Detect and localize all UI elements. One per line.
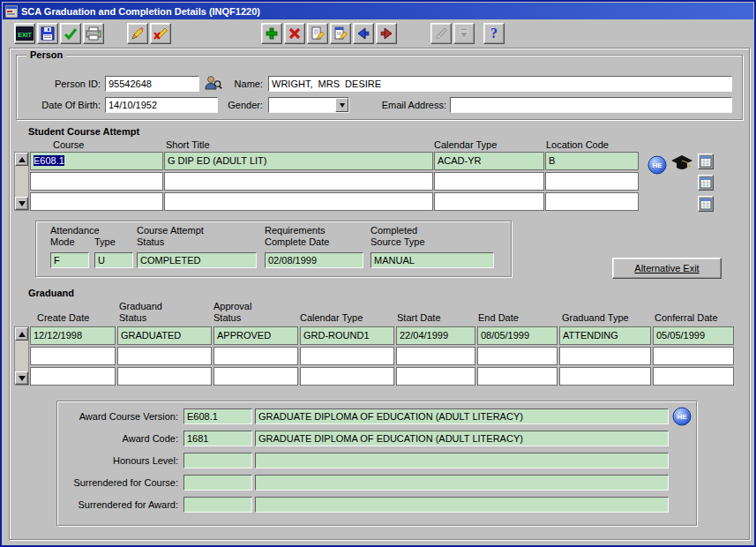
sca-calendar-type-cell[interactable]	[434, 192, 544, 211]
sca-course-cell[interactable]: E608.1	[30, 152, 163, 170]
conferral-date-cell[interactable]	[653, 367, 734, 386]
graduand-status-header: Graduand Status	[119, 300, 170, 324]
calendar-type-cell[interactable]	[300, 347, 394, 365]
sca-course-cell[interactable]	[30, 172, 163, 191]
create-date-cell[interactable]	[30, 347, 116, 365]
honours-level-label: Honours Level:	[62, 455, 178, 467]
grey-down-arrow-icon	[457, 26, 471, 41]
svg-text:HE: HE	[652, 161, 662, 169]
edit-record-button[interactable]	[307, 23, 328, 44]
sca-lov-button[interactable]	[698, 196, 714, 212]
record-list-icon	[700, 198, 712, 210]
sca-lov-button[interactable]	[698, 175, 714, 191]
sca-scroll-up-button[interactable]	[15, 153, 28, 166]
save-button[interactable]	[37, 23, 58, 44]
conferral-date-cell[interactable]: 05/05/1999	[653, 326, 734, 345]
window-title: SCA Graduation and Completion Details (I…	[21, 6, 260, 17]
arrow-up-icon	[19, 332, 26, 337]
red-x-icon	[288, 26, 302, 41]
graduand-type-header: Graduand Type	[562, 300, 646, 324]
he-indicator: HE	[672, 407, 692, 426]
graduand-section-label: Graduand	[28, 288, 74, 299]
help-button[interactable]: ?	[483, 23, 505, 44]
person-id-field[interactable]: 95542648	[105, 76, 199, 92]
exit-door-icon: EXIT	[16, 26, 34, 41]
calendar-type-cell[interactable]: GRD-ROUND1	[300, 326, 394, 345]
selected-text: E608.1	[34, 155, 64, 166]
previous-block-button[interactable]	[353, 23, 374, 44]
svg-text:EXIT: EXIT	[18, 32, 32, 38]
requirements-complete-date-field: 02/08/1999	[265, 252, 363, 268]
start-date-cell[interactable]	[396, 367, 475, 386]
sca-lov-button[interactable]	[698, 154, 714, 169]
commit-button[interactable]	[60, 23, 81, 44]
completed-source-type-header: Completed Source Type	[371, 224, 432, 248]
create-date-header: Create Date	[37, 300, 108, 324]
create-date-cell[interactable]	[30, 367, 116, 386]
graduand-type-cell[interactable]: ATTENDING	[559, 326, 651, 345]
sca-location-code-cell[interactable]	[545, 172, 639, 191]
gender-label: Gender:	[219, 100, 263, 111]
sca-location-code-cell[interactable]: B	[545, 152, 639, 170]
graduand-type-cell[interactable]	[559, 367, 651, 386]
calendar-type-cell[interactable]	[300, 367, 394, 386]
green-check-icon	[64, 26, 78, 41]
award-code-description-field: GRADUATE DIPLOMA OF EDUCATION (ADULT LIT…	[255, 431, 669, 446]
start-date-header: Start Date	[397, 300, 459, 324]
sca-calendar-type-cell[interactable]: ACAD-YR	[434, 152, 544, 170]
pencil-icon	[131, 26, 145, 41]
delete-record-button[interactable]	[284, 23, 305, 44]
pencil-red-x-icon	[153, 26, 168, 41]
gender-select[interactable]: Female	[268, 97, 349, 113]
graduand-status-cell[interactable]	[117, 367, 212, 386]
graduation-cap-icon	[670, 154, 694, 173]
honours-level-field	[183, 453, 252, 468]
person-search-button[interactable]	[202, 72, 223, 92]
attendance-mode-field: F	[50, 252, 89, 268]
graduand-type-cell[interactable]	[559, 347, 651, 365]
titlebar: SCA Graduation and Completion Details (I…	[3, 3, 753, 19]
print-button[interactable]	[83, 23, 104, 44]
sca-short-title-cell[interactable]	[164, 192, 433, 211]
clear-record-button[interactable]	[127, 23, 148, 44]
approval-status-cell[interactable]	[213, 347, 298, 365]
graduand-scroll-up-button[interactable]	[15, 327, 28, 341]
sca-short-title-cell[interactable]: G DIP ED (ADULT LIT)	[164, 152, 433, 170]
enter-query-button[interactable]	[330, 23, 351, 44]
next-block-button[interactable]	[376, 23, 397, 44]
graduand-status-cell[interactable]	[117, 347, 212, 365]
app-window: SCA Graduation and Completion Details (I…	[0, 0, 756, 547]
person-id-label: Person ID:	[26, 79, 101, 90]
dob-field[interactable]: 14/10/1952	[105, 97, 218, 113]
end-date-cell[interactable]	[477, 367, 558, 386]
cancel-query-button[interactable]	[150, 23, 171, 44]
approval-status-cell[interactable]: APPROVED	[213, 326, 298, 345]
sca-scrollbar[interactable]	[14, 152, 29, 211]
exit-button[interactable]: EXIT	[14, 23, 35, 44]
alternative-exit-button[interactable]: Alternative Exit	[612, 258, 722, 279]
start-date-cell[interactable]	[396, 347, 475, 365]
end-date-cell[interactable]: 08/05/1999	[477, 326, 558, 345]
approval-status-cell[interactable]	[213, 367, 298, 386]
email-field[interactable]	[450, 97, 732, 113]
name-field[interactable]: WRIGHT, MRS DESIRE	[268, 76, 732, 92]
create-date-cell[interactable]: 12/12/1998	[30, 326, 116, 345]
pencil-paper-icon	[311, 26, 325, 41]
sca-calendar-type-header: Calendar Type	[434, 139, 497, 151]
insert-record-button[interactable]	[261, 23, 282, 44]
sca-location-code-cell[interactable]	[545, 192, 639, 211]
end-date-cell[interactable]	[477, 347, 558, 365]
award-code-field: 1681	[183, 431, 252, 446]
start-date-cell[interactable]: 22/04/1999	[396, 326, 475, 345]
graduand-scroll-down-button[interactable]	[15, 371, 28, 385]
sca-location-code-header: Location Code	[546, 139, 609, 151]
sca-scroll-down-button[interactable]	[15, 197, 28, 210]
he-indicator: HE	[647, 155, 667, 175]
conferral-date-cell[interactable]	[653, 347, 734, 365]
sca-course-cell[interactable]	[30, 192, 163, 211]
graduand-status-cell[interactable]: GRADUATED	[117, 326, 212, 345]
graduand-scrollbar[interactable]	[14, 326, 29, 386]
gender-dropdown-button[interactable]	[335, 98, 348, 112]
sca-short-title-cell[interactable]	[164, 172, 433, 191]
sca-calendar-type-cell[interactable]	[434, 172, 544, 191]
